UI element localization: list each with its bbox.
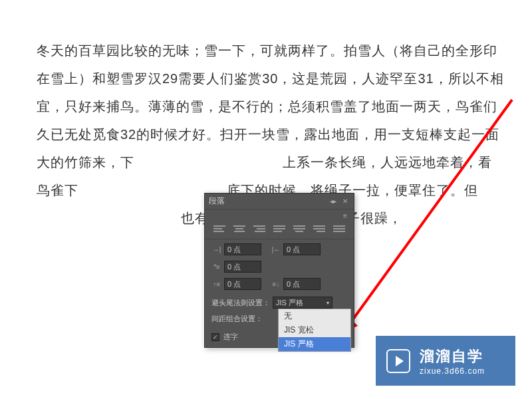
space-after-input[interactable] — [283, 278, 321, 290]
indent-group: →| |← *≡ ↑≡ ≡↓ — [205, 239, 354, 294]
kinsoku-dropdown[interactable]: JIS 严格 ▾ — [273, 297, 332, 309]
indent-left-icon: →| — [211, 245, 222, 253]
play-icon — [386, 349, 410, 373]
space-before-input[interactable] — [224, 278, 261, 290]
space-before-icon: ↑≡ — [211, 280, 222, 288]
close-icon[interactable]: ✕ — [340, 197, 350, 206]
menu-icon[interactable]: ≡ — [340, 211, 350, 220]
alignment-row — [205, 221, 354, 239]
panel-title: 段落 — [209, 196, 225, 207]
kinsoku-row: 避头尾法则设置： JIS 严格 ▾ 无 JIS 宽松 JIS 严格 — [205, 294, 354, 311]
indent-left-input[interactable] — [224, 243, 261, 255]
mojikumi-label: 间距组合设置： — [211, 314, 263, 324]
align-left-button[interactable] — [213, 225, 225, 235]
align-right-button[interactable] — [253, 225, 265, 235]
align-center-button[interactable] — [233, 225, 245, 235]
watermark-sub: zixue.3d66.com — [420, 366, 485, 376]
option-strict[interactable]: JIS 严格 — [279, 337, 350, 351]
option-none[interactable]: 无 — [279, 309, 350, 323]
justify-left-button[interactable] — [273, 225, 285, 235]
first-line-input[interactable] — [224, 261, 261, 273]
space-after-icon: ≡↓ — [271, 280, 281, 288]
justify-center-button[interactable] — [293, 225, 305, 235]
watermark: 溜溜自学 zixue.3d66.com — [376, 336, 515, 386]
indent-right-input[interactable] — [283, 243, 321, 255]
justify-all-button[interactable] — [333, 225, 345, 235]
watermark-text: 溜溜自学 zixue.3d66.com — [420, 346, 485, 376]
chevron-down-icon: ▾ — [327, 300, 329, 306]
panel-header: 段落 ◂▸ ✕ — [205, 194, 354, 209]
panel-controls: ◂▸ ✕ — [329, 197, 350, 206]
paragraph-panel: 段落 ◂▸ ✕ ≡ →| |← *≡ — [204, 193, 354, 348]
kinsoku-value: JIS 严格 — [276, 298, 303, 308]
indent-right-icon: |← — [271, 245, 281, 253]
option-loose[interactable]: JIS 宽松 — [279, 323, 350, 337]
justify-right-button[interactable] — [313, 225, 325, 235]
watermark-title: 溜溜自学 — [420, 346, 485, 366]
first-line-icon: *≡ — [211, 263, 222, 271]
hyphenate-checkbox[interactable]: ✓ — [211, 333, 219, 341]
kinsoku-menu: 无 JIS 宽松 JIS 严格 — [278, 309, 351, 352]
kinsoku-label: 避头尾法则设置： — [211, 298, 270, 308]
collapse-icon[interactable]: ◂▸ — [329, 197, 338, 206]
hyphenate-label: 连字 — [223, 332, 238, 342]
